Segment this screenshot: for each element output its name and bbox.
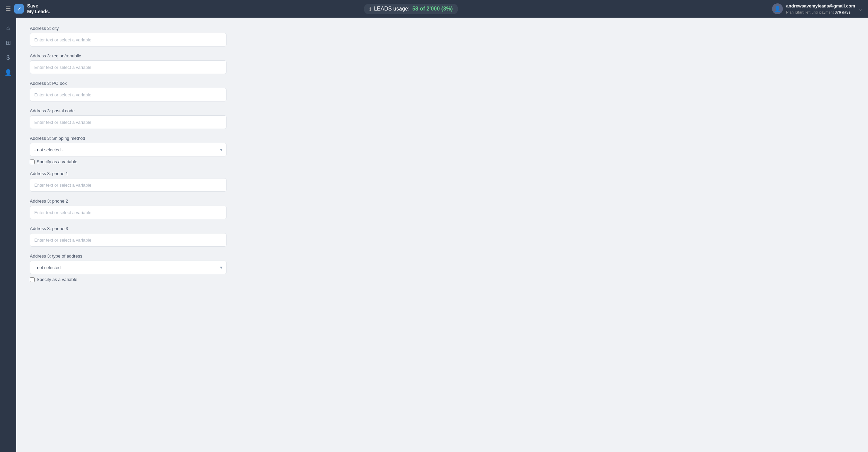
field-input-address3-phone2[interactable] xyxy=(30,206,226,219)
field-section-address3-shipping-method: Address 3: Shipping method - not selecte… xyxy=(30,136,854,164)
field-section-address3-region: Address 3: region/republic xyxy=(30,53,854,74)
leads-usage-label: LEADS usage: xyxy=(374,6,410,12)
field-label-address3-city: Address 3: city xyxy=(30,26,854,31)
field-select-wrapper-type-of-address: - not selected - ▾ xyxy=(30,261,226,274)
checkbox-specify-variable-type[interactable] xyxy=(30,277,35,282)
field-input-address3-city[interactable] xyxy=(30,33,226,46)
field-section-address3-po-box: Address 3: PO box xyxy=(30,81,854,101)
hamburger-icon[interactable]: ☰ xyxy=(5,5,11,13)
field-section-address3-phone3: Address 3: phone 3 xyxy=(30,226,854,247)
layout: ⌂ ⊞ $ 👤 Address 3: city Address 3: regio… xyxy=(0,18,868,452)
checkbox-row-type-of-address: Specify as a variable xyxy=(30,277,854,282)
field-select-shipping-method[interactable]: - not selected - xyxy=(30,143,226,156)
leads-usage-badge: ℹ LEADS usage: 58 of 2'000 (3%) xyxy=(364,4,458,14)
navbar: ☰ ✓ Save My Leads. ℹ LEADS usage: 58 of … xyxy=(0,0,868,18)
field-select-wrapper-shipping-method: - not selected - ▾ xyxy=(30,143,226,156)
user-avatar: 👤 xyxy=(772,3,783,14)
logo-text: Save My Leads. xyxy=(27,3,50,15)
navbar-right: 👤 andrewsavemyleads@gmail.com Plan |Star… xyxy=(772,3,863,15)
field-section-address3-type-of-address: Address 3: type of address - not selecte… xyxy=(30,253,854,282)
field-input-address3-po-box[interactable] xyxy=(30,88,226,101)
field-input-address3-region[interactable] xyxy=(30,60,226,74)
main-content: Address 3: city Address 3: region/republ… xyxy=(16,18,868,452)
field-section-address3-phone2: Address 3: phone 2 xyxy=(30,199,854,219)
field-label-address3-phone1: Address 3: phone 1 xyxy=(30,171,854,176)
logo-check-icon: ✓ xyxy=(17,6,21,12)
field-label-address3-type-of-address: Address 3: type of address xyxy=(30,253,854,259)
logo-box: ✓ xyxy=(14,4,24,14)
sidebar-item-billing[interactable]: $ xyxy=(2,52,14,64)
user-plan: Plan |Start| left until payment 376 days xyxy=(786,10,855,15)
navbar-center: ℹ LEADS usage: 58 of 2'000 (3%) xyxy=(50,4,772,14)
field-section-address3-city: Address 3: city xyxy=(30,26,854,46)
checkbox-label-specify-variable-type[interactable]: Specify as a variable xyxy=(37,277,77,282)
sidebar-item-integrations[interactable]: ⊞ xyxy=(2,37,14,49)
field-input-address3-phone1[interactable] xyxy=(30,178,226,192)
field-label-address3-phone3: Address 3: phone 3 xyxy=(30,226,854,231)
field-label-address3-shipping-method: Address 3: Shipping method xyxy=(30,136,854,141)
field-select-type-of-address[interactable]: - not selected - xyxy=(30,261,226,274)
info-icon: ℹ xyxy=(369,6,371,12)
field-label-address3-po-box: Address 3: PO box xyxy=(30,81,854,86)
field-label-address3-region: Address 3: region/republic xyxy=(30,53,854,58)
sidebar: ⌂ ⊞ $ 👤 xyxy=(0,18,16,452)
user-email: andrewsavemyleads@gmail.com xyxy=(786,3,855,10)
field-input-address3-postal-code[interactable] xyxy=(30,115,226,129)
field-label-address3-postal-code: Address 3: postal code xyxy=(30,108,854,113)
field-input-address3-phone3[interactable] xyxy=(30,233,226,247)
checkbox-label-specify-variable-shipping[interactable]: Specify as a variable xyxy=(37,159,77,164)
checkbox-row-shipping-method: Specify as a variable xyxy=(30,159,854,164)
sidebar-item-account[interactable]: 👤 xyxy=(2,67,14,79)
navbar-left: ☰ ✓ Save My Leads. xyxy=(5,3,50,15)
user-info: andrewsavemyleads@gmail.com Plan |Start|… xyxy=(786,3,855,15)
field-section-address3-postal-code: Address 3: postal code xyxy=(30,108,854,129)
field-label-address3-phone2: Address 3: phone 2 xyxy=(30,199,854,204)
sidebar-item-home[interactable]: ⌂ xyxy=(2,22,14,34)
checkbox-specify-variable-shipping[interactable] xyxy=(30,159,35,164)
chevron-down-icon[interactable]: ⌄ xyxy=(859,6,863,12)
leads-count: 58 of 2'000 (3%) xyxy=(412,6,453,12)
field-section-address3-phone1: Address 3: phone 1 xyxy=(30,171,854,192)
